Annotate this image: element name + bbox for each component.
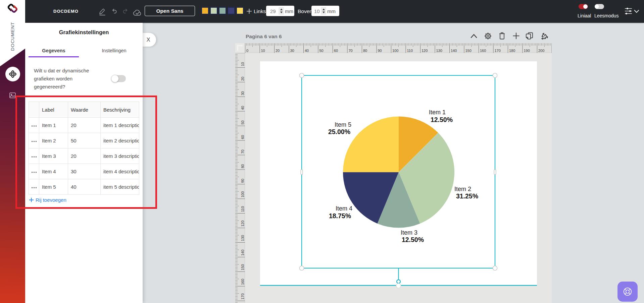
svg-text:Item 1: Item 1 xyxy=(429,109,446,116)
svg-text:Item 3: Item 3 xyxy=(401,229,417,236)
svg-text:Item 4: Item 4 xyxy=(336,205,352,212)
svg-text:12.50%: 12.50% xyxy=(431,116,453,123)
svg-text:Item 2: Item 2 xyxy=(454,186,471,192)
svg-text:31.25%: 31.25% xyxy=(456,192,478,200)
svg-text:25.00%: 25.00% xyxy=(328,128,350,135)
svg-text:18.75%: 18.75% xyxy=(329,212,351,220)
svg-text:Item 5: Item 5 xyxy=(335,121,351,128)
svg-text:12.50%: 12.50% xyxy=(402,236,424,243)
